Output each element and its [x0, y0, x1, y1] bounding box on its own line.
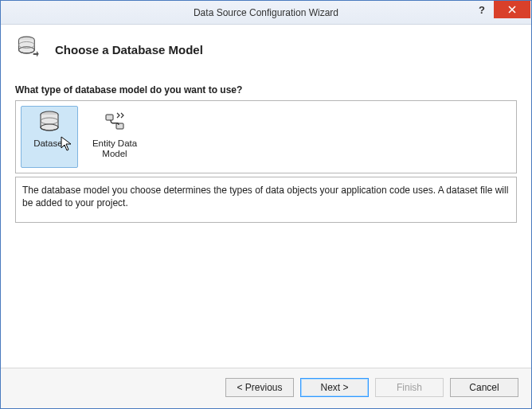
model-option-entity[interactable]: Entity Data Model	[86, 106, 143, 168]
wizard-header: Choose a Database Model	[1, 25, 531, 80]
model-option-label: Dataset	[33, 138, 65, 149]
help-icon: ?	[479, 4, 485, 16]
database-icon	[38, 109, 61, 136]
window-title: Data Source Configuration Wizard	[1, 7, 531, 18]
model-option-label: Entity Data Model	[88, 138, 141, 159]
wizard-footer: < Previous Next > Finish Cancel	[1, 368, 531, 408]
wizard-title: Choose a Database Model	[55, 43, 203, 56]
database-wizard-icon	[15, 34, 44, 65]
model-option-dataset[interactable]: Dataset	[21, 106, 78, 168]
titlebar-controls: ?	[470, 1, 531, 24]
entity-model-icon	[103, 109, 127, 136]
description-box: The database model you choose determines…	[15, 177, 517, 223]
help-button[interactable]: ?	[470, 1, 494, 18]
close-button[interactable]	[494, 1, 530, 18]
svg-rect-7	[116, 123, 123, 129]
svg-rect-6	[106, 115, 113, 120]
model-list: Dataset Entity Data Model	[15, 100, 517, 173]
previous-button[interactable]: < Previous	[225, 378, 294, 397]
wizard-window: Data Source Configuration Wizard ? Choos…	[0, 0, 532, 409]
cancel-button[interactable]: Cancel	[450, 378, 518, 397]
question-label: What type of database model do you want …	[15, 84, 517, 95]
finish-button[interactable]: Finish	[375, 378, 444, 397]
titlebar: Data Source Configuration Wizard ?	[1, 1, 531, 25]
wizard-content: What type of database model do you want …	[1, 80, 531, 368]
next-button[interactable]: Next >	[300, 378, 369, 397]
close-icon	[508, 4, 516, 16]
